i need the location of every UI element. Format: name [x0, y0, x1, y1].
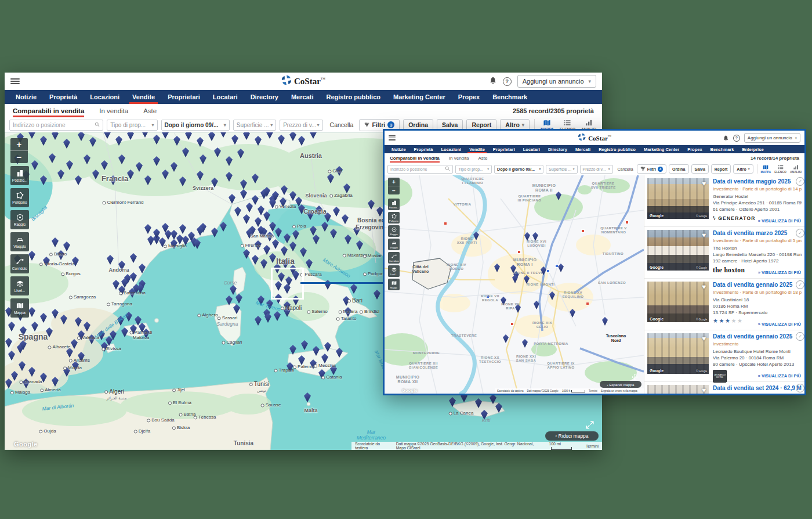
expand-arrows-icon[interactable]: [586, 421, 594, 429]
compare-check-icon[interactable]: ✓: [796, 229, 804, 237]
nav-item-proprietari[interactable]: Proprietari: [161, 90, 206, 104]
radius-tool-button[interactable]: Raggio: [388, 225, 400, 237]
property-photo[interactable]: ♥Google© Google: [647, 333, 709, 374]
filter-dropdown-3[interactable]: Prezzo di v...▾: [580, 165, 613, 174]
zoom-control[interactable]: + −: [388, 178, 400, 194]
building-tool-button[interactable]: Posizio...: [10, 166, 29, 185]
nav-item-locazioni[interactable]: Locazioni: [84, 90, 126, 104]
pan-arrows-icon[interactable]: [632, 372, 638, 379]
radius-tool-button[interactable]: Raggio: [10, 210, 29, 229]
corridor-tool-button[interactable]: Corridoio: [388, 252, 400, 264]
favorite-heart-icon[interactable]: ♥: [702, 179, 706, 188]
nav-item-proprietà[interactable]: Proprietà: [43, 90, 84, 104]
zoom-out-button[interactable]: −: [388, 186, 400, 194]
zoom-in-button[interactable]: +: [10, 138, 28, 150]
view-more-link[interactable]: VISUALIZZA DI PIÙ: [758, 218, 801, 224]
property-card[interactable]: ♥Google© GoogleData di vendita marzo 202…: [644, 227, 804, 279]
filter-dropdown-1[interactable]: Dopo il giorno 09/...▾: [494, 165, 543, 174]
more-button[interactable]: Altro▾: [733, 164, 753, 174]
sort-button[interactable]: Ordina: [669, 164, 689, 174]
report-error-link[interactable]: Segnala un errore nella mappa: [601, 390, 637, 392]
property-card[interactable]: ♥Google© GoogleData di vendita set 2024 …: [644, 382, 804, 394]
sale-date-link[interactable]: Data di vendita gennaio 2025: [713, 282, 802, 289]
sale-date-link[interactable]: Data di vendita gennaio 2025: [713, 333, 802, 341]
nav-item-registro-pubblico[interactable]: Registro pubblico: [594, 145, 640, 153]
nav-item-mercati[interactable]: Mercati: [571, 145, 594, 153]
compare-check-icon[interactable]: ✓: [796, 177, 804, 186]
menu-icon[interactable]: [389, 135, 396, 140]
favorite-heart-icon[interactable]: ♥: [702, 334, 706, 343]
nav-item-propex[interactable]: Propex: [452, 90, 486, 104]
nav-item-directory[interactable]: Directory: [544, 145, 571, 153]
polygon-tool-button[interactable]: Poligono: [10, 188, 29, 207]
menu-icon[interactable]: [10, 78, 20, 84]
nav-item-propex[interactable]: Propex: [683, 145, 706, 153]
cancel-filters-button[interactable]: Cancella: [618, 167, 633, 171]
property-card[interactable]: ♥Google© GoogleData di vendita maggio 20…: [644, 175, 804, 227]
property-card[interactable]: ♥Google© GoogleData di vendita gennaio 2…: [644, 330, 804, 382]
help-icon[interactable]: ?: [503, 77, 512, 86]
subtab-aste[interactable]: Aste: [478, 153, 488, 163]
zoom-control[interactable]: + −: [10, 138, 28, 163]
keyboard-shortcuts[interactable]: Scorciatoie da tastiera: [497, 390, 523, 392]
subtab-in-vendita[interactable]: In vendita: [449, 153, 469, 163]
subtab-comparabili-in-vendita[interactable]: Comparabili in vendita: [13, 104, 84, 117]
nav-item-locazioni[interactable]: Locazioni: [437, 145, 466, 153]
nav-item-locatari[interactable]: Locatari: [519, 145, 544, 153]
nav-item-locatari[interactable]: Locatari: [206, 90, 244, 104]
nav-item-benchmark[interactable]: Benchmark: [486, 90, 534, 104]
nav-item-registro-pubblico[interactable]: Registro pubblico: [320, 90, 387, 104]
filter-dropdown-0[interactable]: Tipo di prop...▾: [107, 120, 157, 131]
property-card[interactable]: ♥Google© GoogleData di vendita gennaio 2…: [644, 279, 804, 330]
add-listing-button[interactable]: Aggiungi un annuncio▾: [517, 75, 596, 88]
filter-dropdown-0[interactable]: Tipo di prop...▾: [455, 165, 492, 174]
keyboard-shortcuts[interactable]: Scorciatoie da tastiera: [355, 442, 390, 450]
property-photo[interactable]: ♥Google© Google: [647, 178, 709, 219]
sale-date-link[interactable]: Data di vendita marzo 2025: [713, 230, 802, 237]
favorite-heart-icon[interactable]: ♥: [702, 386, 706, 394]
map-tool-button[interactable]: Mappa: [388, 279, 400, 290]
nav-item-benchmark[interactable]: Benchmark: [706, 145, 738, 153]
polygon-tool-button[interactable]: Poligono: [388, 212, 400, 224]
corridor-tool-button[interactable]: Corridoio: [10, 254, 29, 273]
filters-button[interactable]: Filtri3: [637, 164, 666, 174]
reduce-map-button[interactable]: ‹ Riduci mappa: [545, 431, 599, 441]
filter-dropdown-3[interactable]: Prezzo di v...▾: [280, 120, 322, 131]
nav-item-marketing-center[interactable]: Marketing Center: [640, 145, 683, 153]
property-photo[interactable]: ♥Google© Google: [647, 385, 709, 394]
add-listing-button[interactable]: Aggiungi un annuncio▾: [744, 133, 800, 143]
view-more-link[interactable]: VISUALIZZA DI PIÙ: [758, 322, 801, 327]
property-photo[interactable]: ♥Google© Google: [647, 230, 709, 271]
layers-tool-button[interactable]: Livel...: [10, 276, 29, 295]
nav-item-notizie[interactable]: Notizie: [387, 145, 410, 153]
view-mappa[interactable]: MAPPA: [760, 164, 771, 174]
nav-item-proprietà[interactable]: Proprietà: [410, 145, 437, 153]
terms-link[interactable]: Termini: [589, 390, 597, 392]
compare-check-icon[interactable]: ✓: [796, 332, 804, 341]
filter-dropdown-2[interactable]: Superficie ...▾: [546, 165, 577, 174]
car-tool-button[interactable]: Viaggio: [388, 239, 400, 250]
nav-item-enterprise[interactable]: Enterprise: [738, 145, 767, 153]
notifications-bell-icon[interactable]: [723, 133, 729, 143]
favorite-heart-icon[interactable]: ♥: [702, 283, 706, 291]
view-elenco[interactable]: ELENCO: [774, 164, 786, 174]
nav-item-vendite[interactable]: Vendite: [126, 90, 161, 104]
layers-tool-button[interactable]: Livel...: [388, 265, 400, 277]
filter-dropdown-2[interactable]: Superficie ...▾: [233, 120, 276, 131]
cancel-filters-button[interactable]: Cancella: [330, 121, 354, 128]
sale-date-link[interactable]: Data di vendita set 2024 · 62,9 Mln €...: [713, 385, 802, 392]
car-tool-button[interactable]: Viaggio: [10, 232, 29, 251]
notifications-bell-icon[interactable]: [489, 76, 497, 86]
nav-item-marketing-center[interactable]: Marketing Center: [387, 90, 452, 104]
subtab-comparabili-in-vendita[interactable]: Comparabili in vendita: [390, 153, 440, 163]
report-button[interactable]: Report: [711, 164, 731, 174]
help-icon[interactable]: ?: [733, 135, 740, 142]
sale-date-link[interactable]: Data di vendita maggio 2025: [713, 178, 802, 186]
filter-dropdown-1[interactable]: Dopo il giorno 09/...▾: [161, 120, 230, 131]
rome-map[interactable]: + − Posizio...PoligonoRaggioViaggioCorri…: [385, 175, 644, 394]
zoom-in-button[interactable]: +: [388, 178, 400, 186]
expand-map-button[interactable]: ‹ Espandi mappa: [600, 381, 641, 388]
nav-item-proprietari[interactable]: Proprietari: [489, 145, 519, 153]
subtab-aste[interactable]: Aste: [143, 104, 157, 117]
search-input[interactable]: Indirizzo o posizione: [9, 120, 103, 131]
